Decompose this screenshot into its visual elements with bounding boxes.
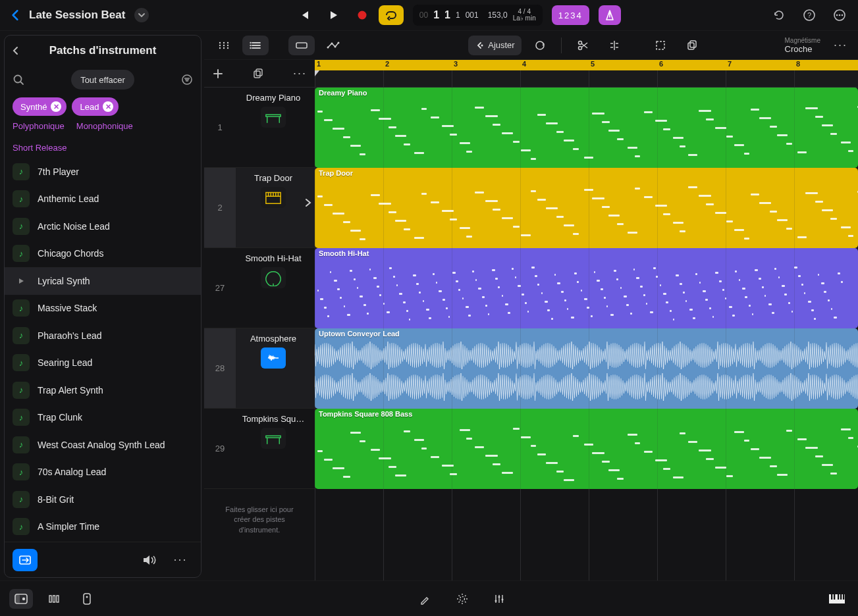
- patch-row[interactable]: ♪7th Player: [5, 158, 201, 186]
- svg-rect-39: [84, 594, 90, 604]
- region[interactable]: Trap Door: [315, 168, 858, 248]
- remove-tag-icon[interactable]: ✕: [51, 101, 61, 112]
- timeline[interactable]: 12345678 Dreamy PianoTrap DoorSmooth Hi-…: [315, 60, 858, 580]
- filter-list-icon[interactable]: [181, 74, 193, 86]
- track-header[interactable]: 2 Trap Door: [204, 168, 315, 248]
- track-number: 28: [204, 328, 236, 408]
- region-label: Tompkins Square 808 Bass: [319, 410, 412, 418]
- patch-row[interactable]: ♪Trap Clunk: [5, 404, 201, 432]
- mixer-toggle-button[interactable]: [42, 589, 66, 609]
- region[interactable]: Uptown Conveyor Lead: [315, 328, 858, 409]
- clear-filters-button[interactable]: Tout effacer: [71, 70, 134, 90]
- browser-toggle-button[interactable]: [9, 589, 33, 609]
- duplicate-track-button[interactable]: [252, 68, 264, 80]
- track-name: Smooth Hi-Hat: [236, 253, 311, 263]
- track-header[interactable]: 29 Tompkins Squ…: [204, 409, 315, 489]
- zoom-fit-button[interactable]: Ajuster: [468, 36, 521, 55]
- patch-type-icon: ♪: [13, 409, 30, 426]
- patch-row[interactable]: ♪Massive Stack: [5, 295, 201, 322]
- split-tool-button[interactable]: [601, 36, 628, 55]
- replace-patch-button[interactable]: [13, 549, 38, 571]
- svg-point-18: [227, 47, 228, 48]
- lcd-display[interactable]: 00 1 1 1 001 153,0 4 / 4La♭ min: [413, 5, 543, 26]
- svg-point-41: [460, 596, 464, 601]
- patch-type-icon: ♪: [13, 299, 30, 317]
- arrange-more-button[interactable]: ···: [830, 36, 851, 55]
- track-header[interactable]: 1 Dreamy Piano: [204, 88, 315, 168]
- bar-number: 3: [452, 60, 458, 70]
- record-button[interactable]: [350, 5, 375, 25]
- keyboard-toggle-button[interactable]: [825, 589, 849, 609]
- automation-view-button[interactable]: [320, 36, 346, 55]
- region[interactable]: Tompkins Square 808 Bass: [315, 409, 858, 489]
- region[interactable]: Dreamy Piano: [315, 88, 858, 168]
- patch-row[interactable]: Lyrical Synth: [5, 267, 201, 295]
- goto-start-button[interactable]: [292, 5, 317, 25]
- track-header[interactable]: 28 Atmosphere: [204, 328, 315, 409]
- loop-tool-button[interactable]: [527, 36, 553, 55]
- suggested-tag[interactable]: Short Release: [13, 143, 67, 153]
- view-list-button[interactable]: [242, 36, 269, 55]
- patch-row[interactable]: ♪Arctic Noise Lead: [5, 213, 201, 240]
- countin-button[interactable]: 1234: [552, 5, 589, 25]
- project-title-dropdown[interactable]: [134, 8, 149, 22]
- region[interactable]: Smooth Hi-Hat: [315, 248, 858, 328]
- filter-tag[interactable]: Synthé✕: [13, 97, 67, 116]
- remove-tag-icon[interactable]: ✕: [103, 101, 113, 112]
- play-button[interactable]: [321, 5, 346, 25]
- track-options-button[interactable]: ···: [293, 66, 307, 80]
- bar-number: 6: [657, 60, 663, 70]
- region-view-button[interactable]: [288, 36, 315, 55]
- patch-row[interactable]: ♪Trap Alert Synth: [5, 376, 201, 404]
- suggested-tag[interactable]: Monophonique: [76, 121, 133, 131]
- patch-type-icon: ♪: [13, 163, 30, 180]
- brightness-button[interactable]: [450, 589, 474, 609]
- project-title[interactable]: Late Session Beat: [29, 9, 125, 22]
- patch-row[interactable]: ♪Anthemic Lead: [5, 186, 201, 213]
- patch-row[interactable]: ♪Searing Lead: [5, 349, 201, 377]
- svg-rect-50: [843, 594, 844, 600]
- patch-row[interactable]: ♪West Coast Analog Synth Lead: [5, 431, 201, 459]
- patch-type-icon: ♪: [13, 190, 30, 207]
- playhead-icon[interactable]: [315, 70, 319, 76]
- track-header[interactable]: 27 Smooth Hi-Hat: [204, 248, 315, 328]
- bar-number: 1: [315, 60, 321, 70]
- filter-tag[interactable]: Lead✕: [72, 97, 119, 116]
- suggested-tag[interactable]: Polyphonique: [13, 121, 65, 131]
- pencil-tool-button[interactable]: [414, 589, 437, 609]
- track-expand-icon[interactable]: [304, 198, 312, 207]
- svg-point-7: [14, 76, 22, 83]
- bottom-toolbar: [0, 580, 858, 616]
- view-grid-button[interactable]: [211, 36, 237, 55]
- eq-button[interactable]: [487, 589, 511, 609]
- svg-rect-48: [838, 594, 839, 600]
- help-button[interactable]: ?: [800, 6, 818, 24]
- undo-button[interactable]: [770, 6, 788, 24]
- metronome-button[interactable]: [599, 5, 621, 25]
- patch-row[interactable]: ♪Pharaoh's Lead: [5, 322, 201, 349]
- svg-rect-22: [296, 43, 307, 48]
- svg-point-0: [358, 11, 366, 20]
- preview-audio-button[interactable]: [136, 549, 161, 571]
- scissors-tool-button[interactable]: [570, 36, 596, 55]
- track-name: Atmosphere: [236, 334, 311, 344]
- patch-row[interactable]: ♪8-Bit Grit: [5, 486, 201, 513]
- remote-toggle-button[interactable]: [75, 589, 99, 609]
- patch-row[interactable]: ♪A Simpler Time: [5, 513, 201, 541]
- svg-point-13: [219, 44, 221, 45]
- more-button[interactable]: [830, 6, 849, 24]
- lcd-tempo: 153,0: [488, 11, 508, 20]
- browser-more-button[interactable]: ···: [168, 549, 193, 571]
- back-button[interactable]: [9, 9, 21, 21]
- cycle-button[interactable]: [379, 5, 404, 25]
- patch-type-icon: ♪: [13, 354, 30, 371]
- snap-menu[interactable]: MagnétismeCroche: [785, 37, 820, 54]
- svg-point-16: [219, 47, 221, 48]
- add-track-button[interactable]: [212, 68, 224, 80]
- copy-tool-button[interactable]: [679, 36, 705, 55]
- patch-row[interactable]: ♪70s Analog Lead: [5, 459, 201, 486]
- marquee-tool-button[interactable]: [647, 36, 674, 55]
- browser-back-button[interactable]: [11, 46, 27, 55]
- search-icon[interactable]: [13, 74, 24, 86]
- patch-row[interactable]: ♪Chicago Chords: [5, 240, 201, 268]
